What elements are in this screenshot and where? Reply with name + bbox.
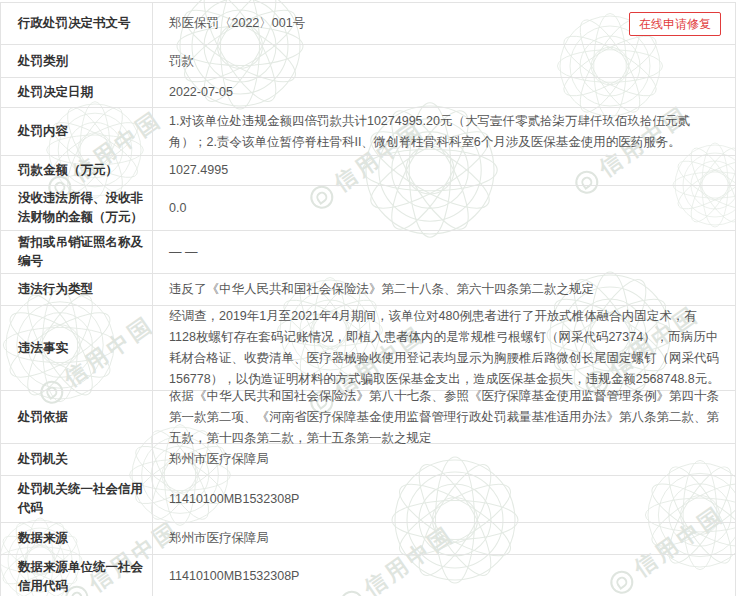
document-number-value: 郑医保罚〈2022〉001号 bbox=[169, 13, 305, 34]
penalty-table: 行政处罚决定书文号 郑医保罚〈2022〉001号 在线申请修复 处罚类别 罚款 … bbox=[0, 2, 736, 596]
row-value: 2022-07-05 bbox=[153, 78, 735, 107]
row-value: 1027.4995 bbox=[153, 156, 735, 185]
row-label: 暂扣或吊销证照名称及编号 bbox=[1, 231, 153, 273]
penalty-detail-page: 信用中国 信用中国 信用中国 信用中国 信用中国 信用中国 信用中国 信用中国 bbox=[0, 0, 736, 596]
table-row-license-revocation: 暂扣或吊销证照名称及编号 — — bbox=[1, 231, 735, 274]
table-row-confiscation-amount: 没收违法所得、没收非法财物的金额（万元） 0.0 bbox=[1, 186, 735, 231]
table-row-authority-credit-code: 处罚机关统一社会信用代码 11410100MB1532308P bbox=[1, 476, 735, 523]
row-label: 处罚机关 bbox=[1, 444, 153, 475]
table-row-violation-type: 违法行为类型 违反了《中华人民共和国社会保险法》第二十八条、第六十四条第二款之规… bbox=[1, 274, 735, 306]
row-label: 处罚内容 bbox=[1, 108, 153, 155]
row-value-cell: 郑医保罚〈2022〉001号 在线申请修复 bbox=[153, 3, 735, 44]
table-row-decision-date: 处罚决定日期 2022-07-05 bbox=[1, 78, 735, 108]
row-label: 数据来源 bbox=[1, 523, 153, 554]
row-value: — — bbox=[153, 231, 735, 273]
row-value: 1.对该单位处违规金额四倍罚款共计10274995.20元（大写壹仟零贰拾柒万肆… bbox=[153, 108, 735, 155]
row-label: 没收违法所得、没收非法财物的金额（万元） bbox=[1, 186, 153, 230]
table-row-violation-facts: 违法事实 经调查，2019年1月至2021年4月期间，该单位对480例患者进行了… bbox=[1, 306, 735, 391]
table-row-fine-amount: 罚款金额（万元） 1027.4995 bbox=[1, 156, 735, 186]
row-label: 处罚决定日期 bbox=[1, 78, 153, 107]
online-repair-button[interactable]: 在线申请修复 bbox=[629, 12, 721, 36]
row-label: 处罚类别 bbox=[1, 45, 153, 77]
table-row-source-credit-code: 数据来源单位统一社会信用代码 11410100MB1532308P bbox=[1, 555, 735, 596]
table-row-penalty-category: 处罚类别 罚款 bbox=[1, 45, 735, 78]
row-value: 11410100MB1532308P bbox=[153, 476, 735, 522]
row-value: 罚款 bbox=[153, 45, 735, 77]
table-row-data-source: 数据来源 郑州市医疗保障局 bbox=[1, 523, 735, 555]
row-value: 违反了《中华人民共和国社会保险法》第二十八条、第六十四条第二款之规定 bbox=[153, 274, 735, 305]
row-value: 经调查，2019年1月至2021年4月期间，该单位对480例患者进行了开放式椎体… bbox=[153, 306, 735, 390]
row-value: 0.0 bbox=[153, 186, 735, 230]
table-row-penalty-basis: 处罚依据 依据《中华人民共和国社会保险法》第八十七条、参照《医疗保障基金使用监督… bbox=[1, 391, 735, 444]
row-label: 处罚依据 bbox=[1, 391, 153, 443]
table-row-penalty-content: 处罚内容 1.对该单位处违规金额四倍罚款共计10274995.20元（大写壹仟零… bbox=[1, 108, 735, 156]
row-label: 违法事实 bbox=[1, 306, 153, 390]
table-row-document-number: 行政处罚决定书文号 郑医保罚〈2022〉001号 在线申请修复 bbox=[1, 3, 735, 45]
row-label: 行政处罚决定书文号 bbox=[1, 3, 153, 44]
row-value: 依据《中华人民共和国社会保险法》第八十七条、参照《医疗保障基金使用监督管理条例》… bbox=[153, 391, 735, 443]
table-row-penalty-authority: 处罚机关 郑州市医疗保障局 bbox=[1, 444, 735, 476]
row-label: 违法行为类型 bbox=[1, 274, 153, 305]
row-label: 数据来源单位统一社会信用代码 bbox=[1, 555, 153, 596]
row-label: 处罚机关统一社会信用代码 bbox=[1, 476, 153, 522]
row-value: 11410100MB1532308P bbox=[153, 555, 735, 596]
row-label: 罚款金额（万元） bbox=[1, 156, 153, 185]
row-value: 郑州市医疗保障局 bbox=[153, 523, 735, 554]
row-value: 郑州市医疗保障局 bbox=[153, 444, 735, 475]
